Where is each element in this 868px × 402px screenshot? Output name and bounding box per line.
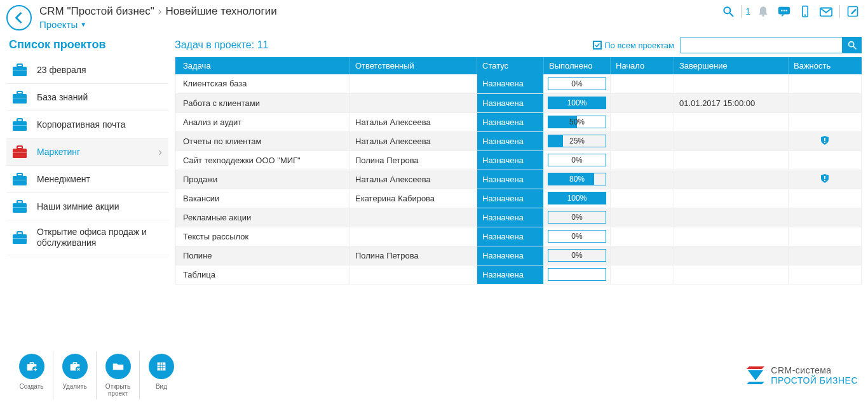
delete-button[interactable]: Удалить <box>53 351 97 399</box>
table-row[interactable]: Продажи Наталья Алексеева Назначена 80% <box>175 170 862 189</box>
col-end[interactable]: Завершение <box>674 57 789 74</box>
cell-done: 0% <box>544 208 611 227</box>
cell-done: 100% <box>544 93 611 112</box>
sidebar-item-project[interactable]: Открытие офиса продаж и обслуживания <box>6 220 168 255</box>
table-row[interactable]: Полине Полина Петрова Назначена 0% <box>175 246 862 265</box>
edit-button[interactable] <box>844 4 862 19</box>
col-start[interactable]: Начало <box>611 57 674 74</box>
cell-responsible: Наталья Алексеева <box>350 170 477 189</box>
progress-value: 0% <box>548 231 606 242</box>
search-input[interactable] <box>681 37 843 53</box>
breadcrumb: CRM "Простой бизнес" › Новейшие технолог… <box>39 3 719 18</box>
back-button[interactable] <box>6 5 32 30</box>
col-done[interactable]: Выполнено <box>544 57 611 74</box>
table-row[interactable]: Отчеты по клиентам Наталья Алексеева Наз… <box>175 131 862 151</box>
col-importance[interactable]: Важность <box>789 57 862 74</box>
sidebar-item-project[interactable]: Менеджмент <box>6 166 168 193</box>
table-row[interactable]: Рекламные акции Назначена 0% <box>175 208 862 227</box>
main-area: Список проектов 23 февраля База знаний К… <box>0 33 868 348</box>
search-icon-button[interactable] <box>719 4 737 19</box>
bell-icon <box>757 5 770 18</box>
svg-rect-27 <box>17 201 22 203</box>
cell-importance <box>789 227 862 246</box>
cell-responsible: Наталья Алексеева <box>350 131 477 151</box>
view-button[interactable]: Вид <box>140 351 183 399</box>
col-status[interactable]: Статус <box>477 57 544 74</box>
briefcase-icon <box>11 145 28 159</box>
briefcase-icon <box>11 117 28 131</box>
cell-task: Сайт техподдежки ООО "МИГ" <box>175 151 350 170</box>
table-row[interactable]: Работа с клиентами Назначена 100% 01.01.… <box>175 93 862 112</box>
chat-button[interactable] <box>775 4 794 19</box>
cell-task: Таблица <box>175 265 350 284</box>
brand-line2: ПРОСТОЙ БИЗНЕС <box>771 375 858 385</box>
progress-bar: 0% <box>548 154 606 166</box>
sidebar-item-project[interactable]: База знаний <box>6 84 168 111</box>
cell-end <box>674 227 789 246</box>
cell-end <box>674 131 789 151</box>
divider <box>839 5 840 18</box>
cell-status: Назначена <box>477 74 544 93</box>
sidebar: Список проектов 23 февраля База знаний К… <box>0 33 168 348</box>
delete-label: Удалить <box>62 383 86 390</box>
svg-rect-20 <box>13 149 27 158</box>
svg-point-2 <box>762 15 764 17</box>
header-toolbar: 1 <box>719 3 862 19</box>
phone-icon <box>799 5 811 18</box>
cell-done: 0% <box>544 151 611 170</box>
svg-rect-35 <box>824 142 825 143</box>
phone-button[interactable] <box>796 4 814 19</box>
cell-start <box>611 227 674 246</box>
notification-count: 1 <box>745 6 750 17</box>
col-responsible[interactable]: Ответственный <box>350 57 477 74</box>
briefcase-icon <box>11 199 28 213</box>
svg-rect-42 <box>73 362 77 364</box>
brand: CRM-система ПРОСТОЙ БИЗНЕС <box>745 365 858 385</box>
bell-button[interactable] <box>754 4 772 19</box>
view-label: Вид <box>156 383 167 390</box>
table-row[interactable]: Сайт техподдежки ООО "МИГ" Полина Петров… <box>175 151 862 170</box>
table-row[interactable]: Клиентская база Назначена 0% <box>175 74 862 93</box>
briefcase-icon <box>11 63 28 77</box>
cell-task: Вакансии <box>175 189 350 208</box>
svg-rect-31 <box>13 238 27 239</box>
col-task[interactable]: Задача <box>175 57 350 74</box>
checkbox-icon <box>593 41 602 50</box>
cell-status: Назначена <box>477 112 544 131</box>
svg-rect-26 <box>13 203 27 213</box>
cell-done: 0% <box>544 246 611 265</box>
all-projects-label: По всем проектам <box>604 41 674 50</box>
importance-icon <box>820 176 830 185</box>
breadcrumb-app[interactable]: CRM "Простой бизнес" <box>39 5 154 18</box>
search-button[interactable] <box>843 37 862 53</box>
cell-end <box>674 246 789 265</box>
svg-rect-22 <box>13 152 27 153</box>
content-area: Задач в проекте: 11 По всем проектам Зад… <box>168 33 868 348</box>
svg-rect-19 <box>13 125 27 126</box>
sidebar-item-project[interactable]: 23 февраля <box>6 57 168 84</box>
cell-task: Клиентская база <box>175 74 350 93</box>
create-button[interactable]: Создать <box>10 351 53 399</box>
all-projects-checkbox[interactable]: По всем проектам <box>593 41 674 50</box>
cell-done: 80% <box>544 170 611 189</box>
table-row[interactable]: Вакансии Екатерина Кабирова Назначена 10… <box>175 189 862 208</box>
open-project-button[interactable]: Открыть проект <box>97 351 140 399</box>
sidebar-item-project[interactable]: Корпоративная почта <box>6 111 168 138</box>
table-header-row: Задача Ответственный Статус Выполнено На… <box>175 57 862 74</box>
table-row[interactable]: Тексты рассылок Назначена 0% <box>175 227 862 246</box>
dropdown-triangle-icon: ▼ <box>80 21 86 28</box>
cell-done: 0% <box>544 227 611 246</box>
mail-button[interactable] <box>817 4 836 19</box>
table-row[interactable]: Анализ и аудит Наталья Алексеева Назначе… <box>175 112 862 131</box>
sidebar-item-project[interactable]: Наши зимние акции <box>6 193 168 220</box>
breadcrumb-project[interactable]: Новейшие технологии <box>165 5 276 18</box>
svg-point-5 <box>783 10 785 11</box>
cell-responsible <box>350 74 477 93</box>
progress-bar: 25% <box>548 135 606 147</box>
sidebar-item-project[interactable]: Маркетинг › <box>6 138 168 166</box>
table-row[interactable]: Таблица Назначена <box>175 265 862 284</box>
projects-dropdown[interactable]: Проекты ▼ <box>39 19 719 30</box>
cell-task: Анализ и аудит <box>175 112 350 131</box>
briefcase-x-icon <box>68 359 82 373</box>
cell-end <box>674 208 789 227</box>
